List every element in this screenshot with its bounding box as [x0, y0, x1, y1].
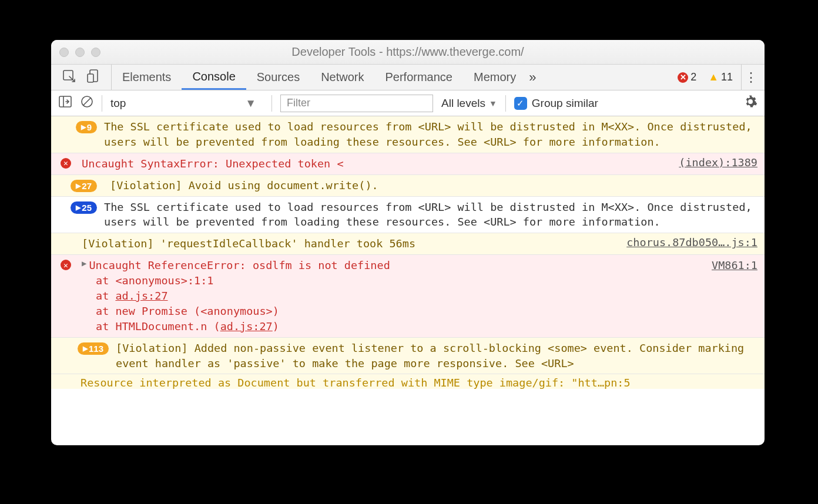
panel-tabbar: Elements Console Sources Network Perform… — [51, 65, 765, 90]
context-value: top — [110, 97, 126, 110]
stack-frame: at <anonymous>:1:1 — [82, 273, 757, 288]
repeat-badge[interactable]: ▶25 — [71, 201, 97, 214]
stack-frame: at new Promise (<anonymous>) — [82, 304, 757, 319]
console-message[interactable]: [Violation] 'requestIdleCallback' handle… — [51, 233, 765, 255]
expand-arrow-icon: ▶ — [76, 182, 81, 190]
console-message[interactable]: ✕ Uncaught SyntaxError: Unexpected token… — [51, 153, 765, 175]
tab-console[interactable]: Console — [182, 65, 246, 90]
message-body: ▶ Uncaught ReferenceError: osdlfm is not… — [82, 258, 757, 334]
console-message[interactable]: ▶9 The SSL certificate used to load reso… — [51, 116, 765, 153]
chevron-down-icon: ▼ — [245, 97, 256, 110]
message-gutter — [58, 236, 82, 238]
message-text: [Violation] 'requestIdleCallback' handle… — [82, 236, 617, 251]
chevron-down-icon: ▼ — [489, 99, 497, 108]
console-message[interactable]: ▶113 [Violation] Added non-passive event… — [51, 338, 765, 375]
message-text: [Violation] Added non-passive event list… — [116, 341, 757, 371]
console-message-cutoff: Resource interpreted as Document but tra… — [51, 374, 765, 389]
window-title: Developer Tools - https://www.theverge.c… — [51, 45, 765, 59]
maximize-window-button[interactable] — [91, 48, 100, 57]
error-counter[interactable]: ✕ 2 — [674, 71, 700, 83]
settings-kebab-icon[interactable]: ⋮ — [741, 65, 760, 90]
source-link[interactable]: chorus.87db050….js:1 — [617, 236, 757, 248]
error-icon: ✕ — [61, 260, 71, 270]
tab-memory[interactable]: Memory — [463, 65, 527, 90]
warning-icon: ▲ — [708, 71, 719, 83]
svg-rect-2 — [88, 74, 93, 82]
source-link[interactable]: (index):1389 — [669, 156, 757, 169]
close-window-button[interactable] — [59, 48, 69, 57]
divider — [505, 95, 506, 112]
stack-frame: at ad.js:27 — [82, 288, 757, 304]
tab-overflow[interactable]: » — [529, 70, 536, 85]
console-sidebar-toggle-icon[interactable] — [58, 95, 72, 112]
warning-count: 11 — [721, 71, 733, 83]
message-text: The SSL certificate used to load resourc… — [104, 119, 757, 150]
tab-performance[interactable]: Performance — [375, 65, 464, 90]
context-selector[interactable]: top ▼ — [110, 97, 263, 110]
tabbar-right: ✕ 2 ▲ 11 ⋮ — [674, 65, 765, 90]
stack-link[interactable]: ad.js:27 — [115, 290, 167, 302]
message-gutter: ✕ — [58, 156, 82, 169]
titlebar: Developer Tools - https://www.theverge.c… — [51, 40, 765, 65]
device-toggle-icon[interactable] — [86, 69, 100, 86]
warning-counter[interactable]: ▲ 11 — [705, 71, 736, 83]
inspect-icon[interactable] — [62, 69, 76, 86]
repeat-badge[interactable]: ▶113 — [78, 342, 109, 355]
expand-arrow-icon: ▶ — [83, 345, 88, 352]
error-count: 2 — [690, 71, 696, 83]
minimize-window-button[interactable] — [75, 48, 85, 57]
tab-elements[interactable]: Elements — [112, 65, 182, 90]
console-toolbar: top ▼ All levels ▼ ✓ Group similar — [51, 90, 765, 116]
gear-icon[interactable] — [743, 95, 757, 112]
expand-arrow-icon: ▶ — [81, 123, 86, 131]
tabbar-tools — [51, 65, 112, 90]
console-message[interactable]: ▶27 [Violation] Avoid using document.wri… — [51, 175, 765, 197]
message-gutter: ▶27 — [58, 178, 104, 192]
console-message[interactable]: ✕ ▶ Uncaught ReferenceError: osdlfm is n… — [51, 255, 765, 337]
error-icon: ✕ — [678, 72, 688, 83]
message-gutter: ▶25 — [58, 200, 104, 214]
console-message[interactable]: ▶25 The SSL certificate used to load res… — [51, 197, 765, 234]
repeat-badge[interactable]: ▶9 — [76, 121, 97, 133]
expand-arrow-icon: ▶ — [76, 204, 81, 211]
message-gutter: ▶113 — [58, 341, 116, 355]
error-icon: ✕ — [61, 158, 71, 169]
group-similar-toggle[interactable]: ✓ Group similar — [514, 97, 598, 110]
tab-network[interactable]: Network — [310, 65, 374, 90]
repeat-badge[interactable]: ▶27 — [71, 180, 97, 192]
stack-link[interactable]: ad.js:27 — [220, 320, 273, 332]
log-level-selector[interactable]: All levels ▼ — [441, 97, 497, 110]
console-messages[interactable]: ▶9 The SSL certificate used to load reso… — [51, 116, 765, 445]
filter-input[interactable] — [280, 95, 433, 112]
source-link[interactable]: VM861:1 — [702, 258, 757, 273]
message-text: Uncaught ReferenceError: osdlfm is not d… — [89, 258, 390, 273]
divider — [271, 95, 272, 112]
level-label: All levels — [441, 97, 485, 110]
clear-console-icon[interactable] — [81, 95, 93, 111]
message-text: [Violation] Avoid using document.write()… — [104, 178, 757, 193]
stack-frame: at HTMLDocument.n (ad.js:27) — [82, 319, 757, 334]
message-text: Uncaught SyntaxError: Unexpected token < — [82, 156, 669, 172]
tab-sources[interactable]: Sources — [246, 65, 310, 90]
divider — [102, 95, 102, 112]
traffic-lights — [59, 48, 100, 57]
group-similar-label: Group similar — [532, 97, 598, 110]
expand-arrow-icon[interactable]: ▶ — [82, 258, 86, 273]
devtools-window: Developer Tools - https://www.theverge.c… — [51, 40, 765, 445]
message-gutter: ✕ — [58, 258, 82, 270]
message-text: The SSL certificate used to load resourc… — [104, 200, 757, 230]
checkbox-checked-icon: ✓ — [514, 97, 527, 110]
message-gutter: ▶9 — [58, 119, 104, 133]
